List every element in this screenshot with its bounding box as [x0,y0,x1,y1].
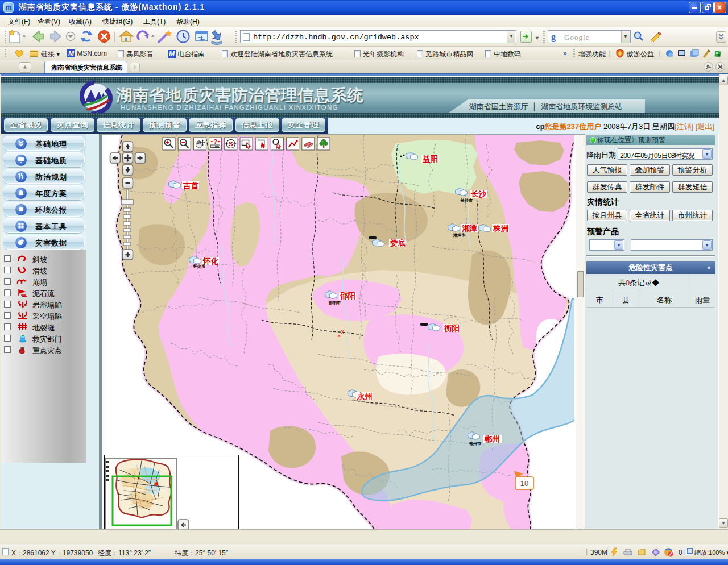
svg-text:吉首: 吉首 [183,181,199,190]
svg-text:长沙市: 长沙市 [460,198,473,203]
svg-text:邵阳市: 邵阳市 [328,300,341,305]
svg-text:永州: 永州 [357,392,373,401]
svg-text:10: 10 [520,479,528,488]
svg-text:娄底: 娄底 [390,239,406,247]
svg-text:湘潭市: 湘潭市 [453,232,465,238]
svg-text:?: ? [214,139,217,145]
svg-text:怀化市: 怀化市 [193,264,205,269]
svg-text:邵阳: 邵阳 [340,292,355,300]
svg-text:郴州: 郴州 [484,435,500,443]
svg-text:株洲: 株洲 [493,224,509,232]
svg-text:衡阳: 衡阳 [444,324,460,333]
svg-text:S: S [229,140,233,147]
svg-text:湘潭: 湘潭 [462,224,478,232]
svg-text:益阳: 益阳 [422,155,438,163]
svg-text:长沙: 长沙 [470,190,487,198]
svg-text:郴州市: 郴州市 [469,441,481,446]
